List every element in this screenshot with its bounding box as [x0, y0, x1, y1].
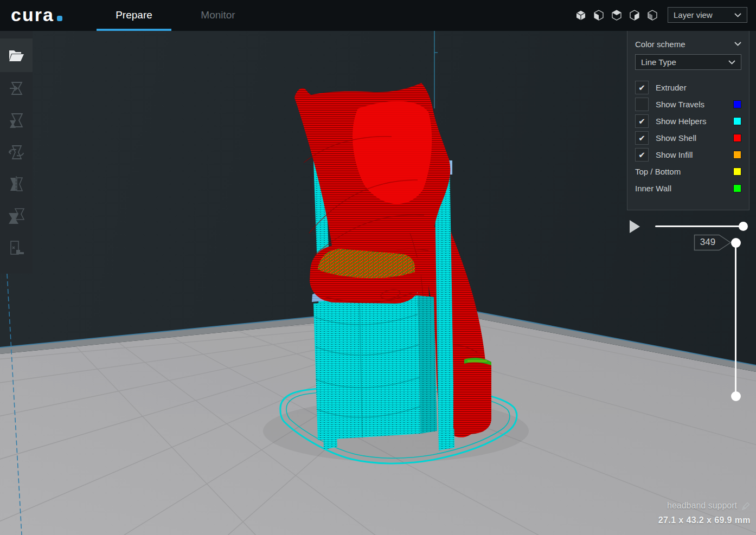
per-model-settings-icon: [7, 207, 26, 226]
logo-dot: [57, 16, 62, 21]
helpers-color-swatch: [733, 117, 741, 125]
row-inner-wall: Inner Wall: [635, 180, 741, 197]
top-bottom-label: Top / Bottom: [635, 167, 733, 176]
inner-wall-label: Inner Wall: [635, 184, 733, 193]
model-info: headband support 27.1 x 43.2 x 69.9 mm: [658, 501, 751, 525]
open-folder-icon: [8, 48, 24, 62]
model-name: headband support: [667, 501, 737, 511]
rotate-tool-icon: [7, 143, 26, 162]
model-headband-support: [294, 83, 491, 450]
layer-animation-slider-handle[interactable]: [739, 222, 748, 231]
tab-monitor[interactable]: Monitor: [184, 0, 252, 31]
layer-slider-bottom-handle[interactable]: [731, 391, 741, 401]
extruder-checkbox[interactable]: ✔: [635, 81, 649, 94]
view-mode-dropdown[interactable]: Layer view: [668, 7, 747, 23]
scale-tool-icon: [7, 111, 26, 130]
cura-logo: cura: [11, 4, 62, 25]
mirror-tool-icon: [7, 175, 26, 194]
play-layers-button[interactable]: [630, 220, 640, 233]
view-front-icon[interactable]: [593, 10, 604, 21]
tool-move[interactable]: [0, 72, 33, 104]
layer-range-slider[interactable]: [735, 243, 736, 396]
chevron-down-icon: [728, 60, 735, 65]
view-top-icon[interactable]: [611, 10, 622, 21]
rename-pencil-icon[interactable]: [741, 501, 751, 511]
shell-step-piece: [453, 358, 491, 434]
travels-color-swatch: [733, 100, 741, 108]
show-travels-label: Show Travels: [656, 100, 733, 109]
tool-mesh-type[interactable]: [0, 232, 33, 264]
stage-tabs: Prepare Monitor: [97, 0, 252, 31]
open-file-button[interactable]: [0, 38, 33, 72]
infill-color-swatch: [733, 151, 741, 159]
camera-view-buttons: [575, 10, 658, 21]
tool-rotate[interactable]: [0, 136, 33, 168]
tool-sidebar: [0, 31, 33, 274]
show-infill-checkbox[interactable]: ✔: [635, 148, 649, 162]
chevron-down-icon: [734, 13, 741, 17]
inner-wall-color-swatch: [733, 184, 741, 192]
layer-view-panel: Color scheme Line Type ✔ Extruder Show T…: [627, 31, 749, 210]
row-show-helpers: ✔ Show Helpers: [635, 113, 741, 130]
tool-per-model-settings[interactable]: [0, 200, 33, 232]
view-3d-icon[interactable]: [575, 10, 586, 21]
row-show-travels: Show Travels: [635, 96, 741, 113]
model-dimensions: 27.1 x 43.2 x 69.9 mm: [658, 515, 751, 525]
mesh-type-icon: [7, 239, 26, 258]
cura-app-window: { "topbar": { "logo_text": "cura", "tabs…: [0, 0, 756, 535]
top-bottom-color-swatch: [733, 167, 741, 176]
show-travels-checkbox[interactable]: [635, 98, 649, 111]
row-top-bottom: Top / Bottom: [635, 163, 741, 180]
tool-scale[interactable]: [0, 104, 33, 136]
view-left-icon[interactable]: [629, 10, 640, 21]
row-show-infill: ✔ Show Infill: [635, 146, 741, 163]
extruder-label: Extruder: [656, 83, 741, 92]
show-infill-label: Show Infill: [656, 150, 733, 159]
shell-color-swatch: [733, 134, 741, 142]
scheme-dropdown[interactable]: Line Type: [635, 54, 741, 70]
tool-mirror[interactable]: [0, 168, 33, 200]
chevron-down-icon: [734, 42, 741, 46]
show-helpers-checkbox[interactable]: ✔: [635, 114, 649, 128]
show-shell-checkbox[interactable]: ✔: [635, 131, 649, 145]
color-scheme-label: Color scheme: [635, 40, 734, 49]
support-box-front: [313, 295, 420, 440]
layer-slider-top-handle[interactable]: [731, 238, 741, 248]
show-helpers-label: Show Helpers: [656, 117, 733, 126]
tab-prepare[interactable]: Prepare: [97, 0, 171, 31]
row-extruder: ✔ Extruder: [635, 79, 741, 96]
current-layer-flag: 349: [694, 234, 732, 251]
topbar: cura Prepare Monitor Layer view: [0, 0, 756, 31]
view-right-icon[interactable]: [647, 10, 658, 21]
row-show-shell: ✔ Show Shell: [635, 130, 741, 146]
color-scheme-header[interactable]: Color scheme: [635, 38, 741, 49]
show-shell-label: Show Shell: [656, 133, 733, 143]
current-layer-value: 349: [696, 237, 720, 248]
move-tool-icon: [7, 79, 26, 98]
layer-animation-slider[interactable]: [655, 225, 747, 227]
